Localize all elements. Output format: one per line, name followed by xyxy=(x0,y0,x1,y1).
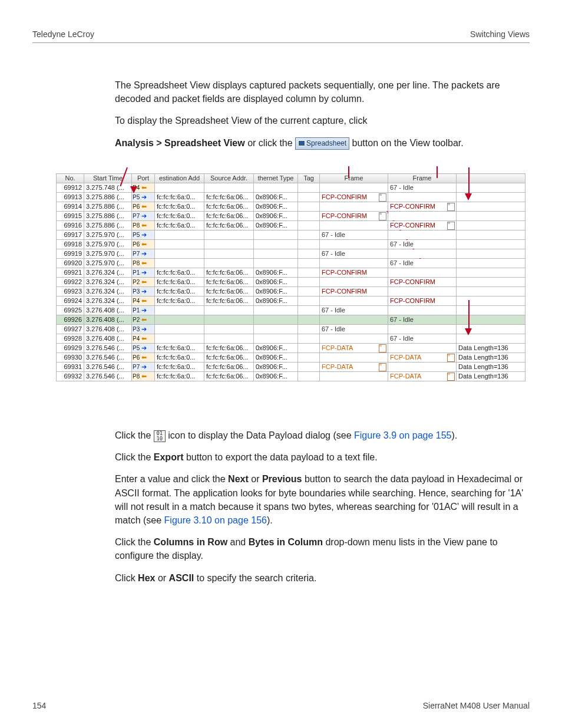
port-cell: P6 ⬅ xyxy=(132,202,155,212)
table-row[interactable]: 699203.275.970 (...P8 ⬅67 - Idle xyxy=(57,259,525,268)
table-row[interactable]: 699323.276.546 (...P8 ⬅fc:fc:fc:6a:0...f… xyxy=(57,372,525,381)
table-row[interactable]: 699283.276.408 (...P4 ⬅67 - Idle xyxy=(57,334,525,344)
port-cell: P6 ⬅ xyxy=(132,240,155,249)
port-cell: P7 ➔ xyxy=(132,249,155,259)
port-cell: P8 ⬅ xyxy=(132,372,155,381)
table-row[interactable]: 699213.276.324 (...P1 ➔fc:fc:fc:6a:0...f… xyxy=(57,268,525,278)
port-cell: P6 ⬅ xyxy=(132,353,155,363)
manual-title: SierraNet M408 User Manual xyxy=(423,701,530,710)
paragraph: Click Hex or ASCII to specify the search… xyxy=(115,571,530,585)
data-payload-icon[interactable]: 0110 xyxy=(154,430,166,442)
port-cell: P1 ➔ xyxy=(132,306,155,315)
figure-link[interactable]: Figure 3.10 on page 156 xyxy=(164,515,267,525)
port-cell: P2 ⬅ xyxy=(132,278,155,287)
table-row[interactable]: 699233.276.324 (...P3 ➔fc:fc:fc:6a:0...f… xyxy=(57,287,525,297)
screenshot-table: No.Start TimePortestination AddSource Ad… xyxy=(56,173,530,381)
paragraph: Analysis > Spreadsheet View or click the… xyxy=(115,136,530,150)
port-cell: P5 ➔ xyxy=(132,230,155,240)
table-row[interactable]: 699143.275.886 (...P6 ⬅fc:fc:fc:6a:0...f… xyxy=(57,202,525,212)
header-left: Teledyne LeCroy xyxy=(32,29,94,39)
port-cell: P4 ⬅ xyxy=(132,334,155,344)
table-row[interactable]: 699163.275.886 (...P8 ⬅fc:fc:fc:6a:0...f… xyxy=(57,221,525,230)
header-right: Switching Views xyxy=(470,29,530,39)
port-cell: P4 ⬅ xyxy=(132,297,155,306)
column-header[interactable]: Tag xyxy=(298,174,320,183)
column-header[interactable] xyxy=(457,174,525,183)
table-row[interactable]: 699253.276.408 (...P1 ➔67 - Idle xyxy=(57,306,525,315)
paragraph: Click the Columns in Row and Bytes in Co… xyxy=(115,535,530,562)
paragraph: To display the Spreadsheet View of the c… xyxy=(115,114,530,127)
column-header[interactable]: Frame xyxy=(388,174,457,183)
table-row[interactable]: 699193.275.970 (...P7 ➔67 - Idle xyxy=(57,249,525,259)
figure-link[interactable]: Figure 3.9 on page 155 xyxy=(354,430,451,440)
paragraph: Click the 0110 icon to display the Data … xyxy=(115,429,530,442)
table-row[interactable]: 699153.275.886 (...P7 ➔fc:fc:fc:6a:0...f… xyxy=(57,212,525,221)
port-cell: P3 ➔ xyxy=(132,287,155,297)
port-cell: P5 ➔ xyxy=(132,344,155,353)
data-icon[interactable]: ≡ xyxy=(379,212,386,220)
port-cell: P3 ➔ xyxy=(132,325,155,334)
column-header[interactable]: thernet Type xyxy=(254,174,298,183)
table-row[interactable]: 699123.275.748 (...P4 ⬅67 - Idle xyxy=(57,183,525,193)
column-header[interactable]: No. xyxy=(57,174,84,183)
data-icon[interactable]: ≡ xyxy=(447,373,455,381)
spreadsheet-icon xyxy=(298,140,305,146)
table-row[interactable]: 699263.276.408 (...P2 ⬅67 - Idle xyxy=(57,315,525,325)
table-row[interactable]: 699303.276.546 (...P6 ⬅fc:fc:fc:6a:0...f… xyxy=(57,353,525,363)
port-cell: P7 ➔ xyxy=(132,363,155,372)
port-cell: P7 ➔ xyxy=(132,212,155,221)
paragraph: Enter a value and click the Next or Prev… xyxy=(115,472,530,527)
table-row[interactable]: 699183.275.970 (...P6 ⬅67 - Idle xyxy=(57,240,525,249)
page-number: 154 xyxy=(32,701,46,710)
port-cell: P8 ⬅ xyxy=(132,259,155,268)
table-row[interactable]: 699293.276.546 (...P5 ➔fc:fc:fc:6a:0...f… xyxy=(57,344,525,353)
paragraph: The Spreadsheet View displays captured p… xyxy=(115,78,530,106)
column-header[interactable]: Port xyxy=(132,174,155,183)
data-icon[interactable]: ≡ xyxy=(447,354,455,362)
table-row[interactable]: 699173.275.970 (...P5 ➔67 - Idle xyxy=(57,230,525,240)
data-icon[interactable]: ≡ xyxy=(379,193,386,202)
column-header[interactable]: estination Add xyxy=(155,174,204,183)
paragraph: Click the Export button to export the da… xyxy=(115,450,530,464)
menu-path: Analysis > Spreadsheet View xyxy=(115,138,245,148)
port-cell: P5 ➔ xyxy=(132,193,155,202)
column-header[interactable]: Source Addr. xyxy=(204,174,254,183)
table-row[interactable]: 699313.276.546 (...P7 ➔fc:fc:fc:6a:0...f… xyxy=(57,363,525,372)
data-icon[interactable]: ≡ xyxy=(379,363,386,371)
table-row[interactable]: 699243.276.324 (...P4 ⬅fc:fc:fc:6a:0...f… xyxy=(57,297,525,306)
table-row[interactable]: 699273.276.408 (...P3 ➔67 - Idle xyxy=(57,325,525,334)
column-header[interactable]: Frame xyxy=(320,174,388,183)
port-cell: P8 ⬅ xyxy=(132,221,155,230)
table-row[interactable]: 699223.276.324 (...P2 ⬅fc:fc:fc:6a:0...f… xyxy=(57,278,525,287)
table-row[interactable]: 699133.275.886 (...P5 ➔fc:fc:fc:6a:0...f… xyxy=(57,193,525,202)
data-icon[interactable]: ≡ xyxy=(447,222,455,230)
data-icon[interactable]: ≡ xyxy=(379,344,386,353)
spreadsheet-button[interactable]: Spreadsheet xyxy=(295,137,349,150)
port-cell: P2 ⬅ xyxy=(132,315,155,325)
data-icon[interactable]: ≡ xyxy=(447,203,455,211)
port-cell: P1 ➔ xyxy=(132,268,155,278)
